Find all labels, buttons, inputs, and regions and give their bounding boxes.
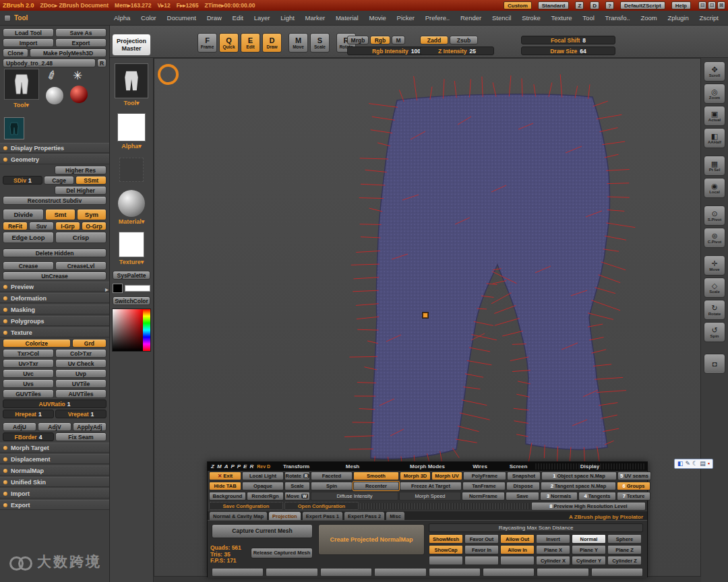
switchcolor-button[interactable]: SwitchColor bbox=[113, 296, 150, 305]
help-button[interactable]: Help bbox=[671, 1, 691, 9]
tray-alpha-label[interactable]: Alpha▾ bbox=[121, 143, 142, 150]
open-configuration-button[interactable]: Open Configuration bbox=[284, 502, 359, 510]
zsub-button[interactable]: Zsub bbox=[450, 36, 478, 44]
section-morph-target[interactable]: Morph Target bbox=[0, 443, 109, 453]
hide-tab-button[interactable]: Hide TAB bbox=[209, 482, 241, 490]
tangent-space-nmap-button[interactable]: 2 Tangent space N.Map bbox=[541, 482, 616, 490]
tray-material-label[interactable]: Material▾ bbox=[119, 218, 145, 225]
minimize-icon[interactable]: ⊟ bbox=[698, 1, 706, 9]
morph-speed-slider[interactable]: Morph Speed bbox=[399, 492, 461, 500]
tray-tool-label[interactable]: Tool▾ bbox=[124, 100, 140, 106]
zadd-button[interactable]: Zadd bbox=[420, 36, 448, 44]
favor-out-button[interactable]: Favor Out bbox=[464, 534, 499, 544]
menu-item-render[interactable]: Render bbox=[460, 14, 481, 22]
cylinder-x-button[interactable]: Cylinder X bbox=[536, 556, 570, 565]
standard-ui-button[interactable]: Standard bbox=[538, 1, 570, 9]
menu-item-stroke[interactable]: Stroke bbox=[522, 14, 540, 22]
cylinder-z-button[interactable]: Cylinder Z bbox=[607, 556, 642, 565]
recenter-button[interactable]: Recenter bbox=[353, 482, 399, 490]
local-button[interactable]: ◉ Local bbox=[704, 178, 725, 198]
uncrease-button[interactable]: UnCrease bbox=[3, 271, 107, 280]
camera-button[interactable]: ◘ bbox=[704, 354, 725, 374]
divide-button[interactable]: Divide bbox=[3, 209, 44, 220]
pt-sel-button[interactable]: ▦ Pt Sel bbox=[704, 156, 725, 176]
menu-item-zplugin[interactable]: Zplugin bbox=[668, 14, 689, 22]
ime-toolbar[interactable]: ◧ ✎ ☾ ▤ ▪ bbox=[674, 459, 713, 469]
question-help-button[interactable]: ? bbox=[605, 1, 614, 9]
release-captured-mesh-button[interactable]: Release Captured Mesh bbox=[251, 548, 313, 558]
applyadj-button[interactable]: ApplyAdj bbox=[73, 422, 107, 431]
capture-current-mesh-button[interactable]: Capture Current Mesh bbox=[212, 524, 313, 538]
section-export[interactable]: Export bbox=[0, 500, 109, 510]
pants-mesh[interactable] bbox=[371, 94, 609, 459]
section-deformation[interactable]: Deformation bbox=[0, 293, 109, 303]
fix-seam-button[interactable]: Fix Seam bbox=[55, 432, 107, 441]
tangents-button[interactable]: 4 Tangents bbox=[578, 492, 616, 500]
tab-normal-cavity-map[interactable]: Normal & Cavity Map bbox=[209, 511, 268, 520]
invert-button[interactable]: Invert bbox=[536, 534, 570, 544]
move-button[interactable]: Move W bbox=[284, 492, 310, 500]
scroll-button[interactable]: ✥ Scroll bbox=[704, 61, 725, 82]
active-tool-thumbnail[interactable] bbox=[4, 69, 39, 100]
tab-expert-pass-2[interactable]: Expert Pass 2 bbox=[344, 511, 385, 520]
renderrgn-button[interactable]: RenderRgn bbox=[247, 492, 284, 500]
menu-item-color[interactable]: Color bbox=[141, 14, 156, 22]
import-button[interactable]: Import bbox=[3, 38, 54, 47]
delete-hidden-button[interactable]: Delete Hidden bbox=[3, 249, 107, 257]
menu-item-picker[interactable]: Picker bbox=[397, 14, 415, 22]
tray-collapse-arrow[interactable]: ▸ bbox=[105, 286, 109, 293]
create-projected-normalmap-button[interactable]: Create Projected NormalMap bbox=[318, 524, 425, 555]
color-swatches[interactable] bbox=[113, 284, 150, 293]
menu-item-document[interactable]: Document bbox=[167, 14, 196, 22]
vrepeat-slider[interactable]: Vrepeat 1 bbox=[55, 410, 107, 418]
scale-canvas-button[interactable]: ◇ Scale bbox=[704, 278, 725, 298]
sphere-tool-red[interactable] bbox=[70, 86, 88, 103]
dispose-button[interactable]: Dispose bbox=[506, 482, 540, 490]
igrp-button[interactable]: I-Grp bbox=[55, 222, 80, 230]
local-light-button[interactable]: Local Light bbox=[242, 472, 284, 480]
section-geometry[interactable]: Geometry bbox=[0, 154, 109, 164]
crease-lvl-button[interactable]: CreaseLvl bbox=[55, 261, 107, 270]
tray-texture-thumbnail[interactable] bbox=[119, 232, 144, 257]
fborder-slider[interactable]: FBorder 4 bbox=[3, 432, 54, 441]
rotate-canvas-button[interactable]: ↻ Rotate bbox=[704, 300, 725, 320]
z-button[interactable]: Z bbox=[575, 1, 584, 9]
tray-alpha-thumbnail[interactable] bbox=[117, 113, 146, 141]
s-pivot-button[interactable]: ⊙ S.Pivot bbox=[704, 205, 725, 226]
sphere-button[interactable]: Sphere bbox=[607, 534, 642, 544]
default-zscript-button[interactable]: DefaultZScript bbox=[620, 1, 665, 9]
sym-button[interactable]: Sym bbox=[77, 209, 107, 220]
c-pivot-button[interactable]: ⊚ C.Pivot bbox=[704, 228, 725, 248]
menu-item-light[interactable]: Light bbox=[280, 14, 295, 22]
actual-button[interactable]: ▣ Actual bbox=[704, 106, 725, 126]
tab-projection[interactable]: Projection bbox=[268, 511, 301, 520]
star-tool-icon[interactable]: ✳ bbox=[73, 69, 82, 83]
move-canvas-button[interactable]: ✛ Move bbox=[704, 255, 725, 276]
tray-material-sphere[interactable] bbox=[118, 190, 145, 217]
draw-size-slider[interactable]: Draw Size 64 bbox=[521, 46, 615, 55]
menu-item-preferences[interactable]: Prefere.. bbox=[425, 14, 450, 22]
menu-item-zoom[interactable]: Zoom bbox=[640, 14, 657, 22]
rotate-button[interactable]: Rotate R bbox=[284, 472, 310, 480]
active-tool-name[interactable]: Upbody_tro_2.48 bbox=[3, 59, 96, 67]
morph-3d-button[interactable]: Morph 3D bbox=[400, 472, 431, 480]
cage-button[interactable]: Cage bbox=[44, 176, 75, 185]
quick-mode-button[interactable]: Q Quick bbox=[219, 33, 239, 53]
menu-item-movie[interactable]: Movie bbox=[369, 14, 386, 22]
uvs-button[interactable]: Uvs bbox=[3, 379, 54, 388]
uvc-button[interactable]: Uvc bbox=[3, 369, 54, 378]
save-configuration-button[interactable]: Save Configuration bbox=[209, 502, 283, 510]
groups-button[interactable]: 6 Groups bbox=[617, 482, 650, 490]
object-space-nmap-button[interactable]: 1 Object space N.Map bbox=[541, 472, 617, 480]
spin-button[interactable]: Spin bbox=[311, 482, 353, 490]
sphere-tool-white[interactable] bbox=[46, 87, 63, 104]
allow-out-button[interactable]: Allow Out bbox=[500, 534, 535, 544]
tray-stencil-ghost-thumbnail[interactable] bbox=[119, 158, 144, 182]
mrgb-button[interactable]: Mrgb bbox=[347, 36, 369, 44]
crease-button[interactable]: Crease bbox=[3, 261, 54, 270]
scale-button[interactable]: Scale bbox=[284, 482, 310, 490]
colorize-button[interactable]: Colorize bbox=[3, 339, 71, 348]
section-displacement[interactable]: Displacement bbox=[0, 454, 109, 464]
smooth-button[interactable]: Smooth bbox=[353, 472, 399, 480]
menu-item-stencil[interactable]: Stencil bbox=[492, 14, 512, 22]
